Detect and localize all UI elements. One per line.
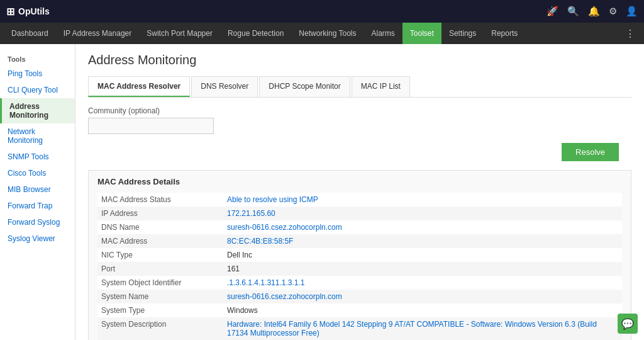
app-name: OpUtils: [18, 6, 50, 16]
table-row: DNS Namesuresh-0616.csez.zohocorpln.com: [97, 220, 622, 234]
community-label: Community (optional): [88, 106, 631, 115]
result-label: DNS Name: [97, 220, 223, 234]
topbar: ⊞ OpUtils 🚀 🔍 🔔 ⚙ 👤: [0, 0, 644, 23]
tabs-container: MAC Address Resolver DNS Resolver DHCP S…: [88, 76, 631, 98]
nav-switch-port-mapper[interactable]: Switch Port Mapper: [139, 23, 220, 44]
tab-dns-resolver[interactable]: DNS Resolver: [191, 76, 258, 97]
bell-icon[interactable]: 🔔: [588, 6, 600, 17]
result-value[interactable]: Able to resolve using ICMP: [223, 193, 622, 207]
nav-ip-address-manager[interactable]: IP Address Manager: [56, 23, 140, 44]
result-value: Windows: [223, 303, 622, 317]
results-title: MAC Address Details: [97, 177, 622, 186]
notifications-icon[interactable]: 🚀: [547, 6, 558, 17]
resolve-button[interactable]: Resolve: [562, 143, 619, 161]
result-value: 161: [223, 262, 622, 276]
result-label: System Object Identifier: [97, 276, 223, 290]
sidebar-section-label: Tools: [0, 50, 75, 65]
table-row: IP Address172.21.165.60: [97, 207, 622, 220]
table-row: System DescriptionHardware: Intel64 Fami…: [97, 317, 622, 340]
community-form-group: Community (optional): [88, 106, 631, 134]
main-content: Address Monitoring MAC Address Resolver …: [75, 44, 644, 340]
chat-fab[interactable]: 💬: [618, 314, 638, 334]
nav-settings[interactable]: Settings: [441, 23, 484, 44]
result-value: Dell Inc: [223, 248, 622, 262]
nav-alarms[interactable]: Alarms: [364, 23, 402, 44]
result-value[interactable]: .1.3.6.1.4.1.311.1.3.1.1: [223, 276, 622, 290]
result-label: NIC Type: [97, 248, 223, 262]
user-avatar[interactable]: 👤: [626, 6, 638, 17]
app-logo[interactable]: ⊞ OpUtils: [6, 6, 50, 18]
nav-dashboard[interactable]: Dashboard: [4, 23, 56, 44]
result-value[interactable]: Hardware: Intel64 Family 6 Model 142 Ste…: [223, 317, 622, 340]
table-row: NIC TypeDell Inc: [97, 248, 622, 262]
result-label: System Type: [97, 303, 223, 317]
tab-mac-address-resolver[interactable]: MAC Address Resolver: [88, 76, 190, 97]
grid-icon: ⊞: [6, 6, 14, 18]
table-row: MAC Address8C:EC:4B:E8:58:5F: [97, 234, 622, 248]
result-label: System Description: [97, 317, 223, 340]
table-row: System Namesuresh-0616.csez.zohocorpln.c…: [97, 290, 622, 303]
tab-dhcp-scope-monitor[interactable]: DHCP Scope Monitor: [259, 76, 350, 97]
tab-mac-ip-list[interactable]: MAC IP List: [352, 76, 410, 97]
sidebar: Tools Ping Tools CLI Query Tool Address …: [0, 44, 75, 340]
results-table: MAC Address StatusAble to resolve using …: [97, 193, 622, 340]
sidebar-item-snmp-tools[interactable]: SNMP Tools: [0, 149, 75, 165]
nav-toolset[interactable]: Toolset: [402, 23, 441, 44]
sidebar-item-cisco-tools[interactable]: Cisco Tools: [0, 165, 75, 181]
sidebar-item-forward-syslog[interactable]: Forward Syslog: [0, 214, 75, 230]
result-label: System Name: [97, 290, 223, 303]
result-label: MAC Address Status: [97, 193, 223, 207]
result-label: Port: [97, 262, 223, 276]
table-row: System Object Identifier.1.3.6.1.4.1.311…: [97, 276, 622, 290]
sidebar-item-forward-trap[interactable]: Forward Trap: [0, 198, 75, 214]
sidebar-item-network-monitoring[interactable]: Network Monitoring: [0, 123, 75, 149]
nav-rogue-detection[interactable]: Rogue Detection: [220, 23, 291, 44]
sidebar-item-address-monitoring[interactable]: Address Monitoring: [0, 98, 75, 123]
result-value[interactable]: 8C:EC:4B:E8:58:5F: [223, 234, 622, 248]
sidebar-item-syslog-viewer[interactable]: Syslog Viewer: [0, 230, 75, 247]
sidebar-item-cli-query-tool[interactable]: CLI Query Tool: [0, 82, 75, 98]
community-input[interactable]: [88, 118, 214, 134]
gear-icon[interactable]: ⚙: [609, 6, 617, 17]
result-value[interactable]: suresh-0616.csez.zohocorpln.com: [223, 220, 622, 234]
result-value[interactable]: 172.21.165.60: [223, 207, 622, 220]
table-row: Port161: [97, 262, 622, 276]
navbar: Dashboard IP Address Manager Switch Port…: [0, 23, 644, 44]
layout: Tools Ping Tools CLI Query Tool Address …: [0, 44, 644, 340]
sidebar-item-mib-browser[interactable]: MIB Browser: [0, 181, 75, 198]
navbar-more-icon[interactable]: ⋮: [620, 28, 640, 40]
result-value[interactable]: suresh-0616.csez.zohocorpln.com: [223, 290, 622, 303]
nav-networking-tools[interactable]: Networking Tools: [291, 23, 364, 44]
nav-reports[interactable]: Reports: [484, 23, 525, 44]
result-label: IP Address: [97, 207, 223, 220]
table-row: MAC Address StatusAble to resolve using …: [97, 193, 622, 207]
search-icon[interactable]: 🔍: [567, 6, 579, 17]
result-label: MAC Address: [97, 234, 223, 248]
sidebar-item-ping-tools[interactable]: Ping Tools: [0, 65, 75, 82]
topbar-icons: 🚀 🔍 🔔 ⚙ 👤: [547, 6, 638, 17]
results-section: MAC Address Details MAC Address StatusAb…: [88, 170, 631, 340]
page-title: Address Monitoring: [88, 53, 631, 67]
table-row: System TypeWindows: [97, 303, 622, 317]
